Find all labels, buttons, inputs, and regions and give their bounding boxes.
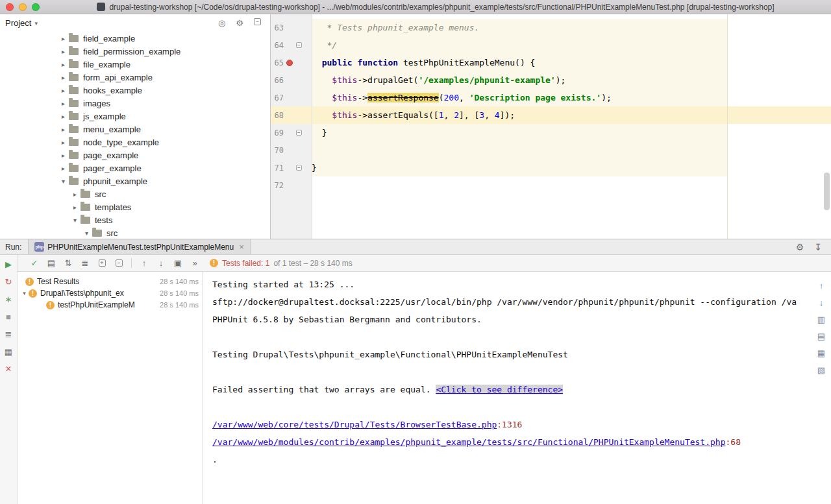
project-tree-item[interactable]: ▸pager_example xyxy=(0,162,270,174)
chevron-right-icon[interactable]: ▸ xyxy=(60,165,67,172)
project-tree-item[interactable]: ▸field_example xyxy=(0,32,270,45)
editor-line[interactable]: 71−} xyxy=(271,159,831,176)
close-tab-icon[interactable] xyxy=(239,242,244,252)
project-tree-item[interactable]: ▸node_type_example xyxy=(0,136,270,149)
minimize-window-button[interactable] xyxy=(19,3,27,11)
project-tree-item[interactable]: ▸field_permission_example xyxy=(0,45,270,58)
stop-button[interactable]: ■ xyxy=(3,311,14,322)
chevron-right-icon[interactable]: ▸ xyxy=(60,61,67,68)
test-tree-item[interactable]: ▾!Drupal\Tests\phpunit_ex28 s 140 ms xyxy=(18,287,203,299)
project-tree-item-label: src xyxy=(95,189,106,199)
editor-gutter: 68 xyxy=(271,106,312,124)
editor-line[interactable]: 68 $this->assertEquals([1, 2], [3, 4]); xyxy=(271,106,831,124)
editor-line[interactable]: 70 xyxy=(271,141,831,159)
project-tree-item[interactable]: ▸page_example xyxy=(0,149,270,162)
project-tool-tab[interactable]: Project xyxy=(5,18,31,28)
chevron-down-icon[interactable]: ▾ xyxy=(34,20,38,27)
project-tree-item[interactable]: ▸menu_example xyxy=(0,123,270,136)
close-window-button[interactable] xyxy=(6,3,14,11)
editor-scrollbar[interactable] xyxy=(824,173,830,210)
project-tree-item[interactable]: ▸js_example xyxy=(0,110,270,123)
test-tree-item[interactable]: !testPhpUnitExampleM28 s 140 ms xyxy=(18,299,203,311)
project-tree-item[interactable]: ▾src xyxy=(0,226,270,239)
chevron-right-icon[interactable]: ▸ xyxy=(60,48,67,55)
chevron-right-icon[interactable]: ▸ xyxy=(60,152,67,159)
hide-panel-icon[interactable]: − xyxy=(254,18,261,25)
console-text: :68 xyxy=(726,437,741,447)
project-tree-item[interactable]: ▾tests xyxy=(0,213,270,226)
editor-line[interactable]: 72 xyxy=(271,176,831,194)
forward-button[interactable]: » xyxy=(186,255,203,271)
chevron-down-icon[interactable]: ▾ xyxy=(20,290,29,296)
rerun-failed-button[interactable]: ↻ xyxy=(3,276,14,287)
chevron-right-icon[interactable]: ▸ xyxy=(60,113,67,120)
scroll-up-button[interactable]: ↑ xyxy=(815,280,827,291)
chevron-down-icon[interactable]: ▾ xyxy=(83,230,90,237)
fold-icon[interactable]: − xyxy=(296,165,302,171)
show-passed-button[interactable]: ✓ xyxy=(26,255,43,271)
open-in-editor-button[interactable]: ▤ xyxy=(815,330,827,342)
fold-icon[interactable]: − xyxy=(296,42,302,48)
editor-line[interactable]: 63 * Tests phpunit_example menus. xyxy=(271,19,831,36)
editor[interactable]: 63 * Tests phpunit_example menus.64− */6… xyxy=(271,14,831,239)
chevron-right-icon[interactable]: ▸ xyxy=(60,100,67,107)
console-output[interactable]: Testing started at 13:25 ...sftp://docke… xyxy=(203,272,812,504)
chevron-down-icon[interactable]: ▾ xyxy=(71,217,79,224)
test-duration: 28 s 140 ms xyxy=(156,278,199,285)
editor-gutter: 66 xyxy=(271,71,312,89)
chevron-right-icon[interactable]: ▸ xyxy=(60,139,67,146)
next-occurrence-button[interactable]: ↓ xyxy=(153,255,169,271)
collapse-all-button[interactable]: − xyxy=(110,255,127,271)
project-tree-item[interactable]: ▸templates xyxy=(0,200,270,213)
sort-alphabetically-button[interactable]: ⇅ xyxy=(60,255,77,271)
test-tree-item[interactable]: !Test Results28 s 140 ms xyxy=(18,276,203,287)
settings-gear-icon[interactable]: ⚙ xyxy=(236,18,243,28)
expand-all-button[interactable]: + xyxy=(93,255,110,271)
console-text: Testing Drupal\Tests\phpunit_example\Fun… xyxy=(212,350,568,359)
chevron-right-icon[interactable]: ▸ xyxy=(71,204,79,211)
editor-line[interactable]: 69− } xyxy=(271,124,831,141)
editor-line[interactable]: 65 public function testPhpUnitExampleMen… xyxy=(271,54,831,71)
editor-line[interactable]: 66 $this->drupalGet('/examples/phpunit-e… xyxy=(271,71,831,89)
chevron-right-icon[interactable]: ▸ xyxy=(60,126,67,133)
project-tree-item[interactable]: ▾phpunit_example xyxy=(0,174,270,187)
restore-layout-button[interactable]: ≣ xyxy=(3,328,14,340)
line-number: 69 xyxy=(274,128,284,138)
rerun-button[interactable]: ▶ xyxy=(3,258,14,270)
print-button[interactable]: ▦ xyxy=(815,347,827,359)
project-tree-item[interactable]: ▸src xyxy=(0,187,270,200)
chevron-right-icon[interactable]: ▸ xyxy=(60,74,67,81)
console-link[interactable]: <Click to see difference> xyxy=(436,385,563,394)
scroll-down-button[interactable]: ↓ xyxy=(815,296,827,308)
chevron-down-icon[interactable]: ▾ xyxy=(60,178,67,185)
chevron-right-icon[interactable]: ▸ xyxy=(60,87,67,94)
editor-line[interactable]: 67 $this->assertResponse(200, 'Descripti… xyxy=(271,89,831,106)
editor-line[interactable]: 64− */ xyxy=(271,36,831,54)
close-button[interactable]: × xyxy=(3,363,14,375)
console-link[interactable]: /var/www/web/core/tests/Drupal/Tests/Bro… xyxy=(212,420,497,429)
project-tree-item[interactable]: ▸form_api_example xyxy=(0,71,270,84)
scroll-to-end-icon[interactable]: ↧ xyxy=(814,242,822,252)
export-results-button[interactable]: ▥ xyxy=(815,313,827,325)
project-tree-item-label: node_type_example xyxy=(83,138,159,147)
show-console-button[interactable]: ▤ xyxy=(43,255,60,271)
project-tree-item[interactable]: ▸images xyxy=(0,97,270,110)
chevron-right-icon[interactable]: ▸ xyxy=(60,35,67,42)
zoom-window-button[interactable] xyxy=(32,3,40,11)
scroll-from-source-icon[interactable]: ◎ xyxy=(218,18,225,28)
chevron-right-icon[interactable]: ▸ xyxy=(71,191,79,198)
project-tree-item[interactable]: ▸hooks_example xyxy=(0,84,270,97)
sort-by-duration-button[interactable]: ≣ xyxy=(77,255,93,271)
code-line: $this->drupalGet('/examples/phpunit-exam… xyxy=(312,71,831,89)
pin-tab-button[interactable]: ▦ xyxy=(3,346,14,357)
toggle-autotest-button[interactable]: ∗ xyxy=(3,293,14,305)
project-tree-item[interactable]: ▸file_example xyxy=(0,58,270,71)
settings-gear-icon[interactable]: ⚙ xyxy=(796,242,804,252)
fold-icon[interactable]: − xyxy=(296,130,302,136)
open-results-button[interactable]: ▣ xyxy=(169,255,186,271)
clear-button[interactable]: ▧ xyxy=(815,364,827,376)
previous-occurrence-button[interactable]: ↑ xyxy=(136,255,153,271)
console-link[interactable]: /var/www/web/modules/contrib/examples/ph… xyxy=(212,437,726,447)
failed-test-gutter-icon[interactable] xyxy=(286,60,293,66)
run-tab[interactable]: php PHPUnitExampleMenuTest.testPhpUnitEx… xyxy=(28,239,250,254)
